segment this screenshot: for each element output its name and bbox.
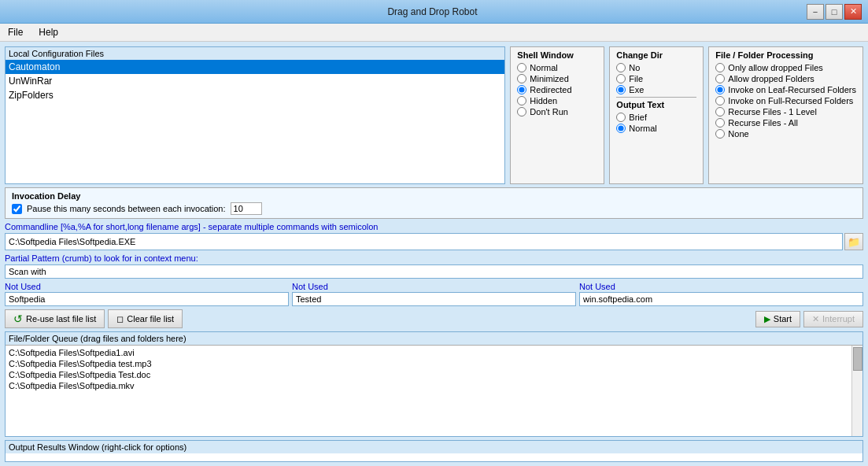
outputtext-normal-label: Normal	[629, 124, 656, 133]
maximize-button[interactable]: □	[826, 4, 843, 20]
shell-minimized-radio[interactable]	[517, 74, 526, 83]
queue-item: C:\Softpedia Files\Softpedia Test.doc	[9, 369, 850, 380]
fp-onlyfiles-radio[interactable]	[715, 63, 725, 72]
start-label: Start	[774, 314, 792, 324]
not-used-label-2: Not Used	[579, 282, 863, 291]
changedir-exe-row: Exe	[616, 85, 696, 94]
fp-none-radio[interactable]	[715, 129, 725, 139]
fp-recurse1-label: Recurse Files - 1 Level	[728, 107, 817, 116]
changedir-no-label: No	[629, 63, 640, 72]
fp-leafrecursed-row: Invoke on Leaf-Recursed Folders	[715, 85, 856, 94]
shell-redirected-label: Redirected	[530, 85, 571, 94]
queue-scrollbar[interactable]	[851, 346, 862, 436]
queue-item: C:\Softpedia Files\Softpedia.mkv	[9, 380, 850, 391]
shell-hidden-radio[interactable]	[517, 96, 526, 105]
fp-recurseall-label: Recurse Files - All	[728, 118, 798, 128]
invocation-title: Invocation Delay	[12, 191, 856, 201]
partial-pattern-input[interactable]	[5, 264, 863, 279]
right-panels: Shell Window Normal Minimized Redirected…	[510, 46, 863, 184]
fp-onlyfiles-row: Only allow dropped Files	[715, 63, 856, 72]
menu-help[interactable]: Help	[34, 25, 63, 39]
shell-window-title: Shell Window	[517, 50, 597, 60]
partial-pattern-label: Partial Pattern (crumb) to look for in c…	[5, 253, 863, 263]
not-used-input-1[interactable]	[292, 292, 576, 306]
shell-dontrun-label: Don't Run	[530, 107, 568, 116]
title-controls: − □ ✕	[807, 4, 862, 20]
changedir-no-row: No	[616, 63, 696, 72]
menu-file[interactable]: File	[3, 25, 28, 39]
partial-pattern-section: Partial Pattern (crumb) to look for in c…	[5, 253, 863, 279]
queue-content[interactable]: C:\Softpedia Files\Softpedia1.avi C:\Sof…	[6, 346, 862, 436]
fp-recurse1-radio[interactable]	[715, 107, 725, 116]
minimize-button[interactable]: −	[807, 4, 824, 20]
list-item[interactable]: UnWinRar	[6, 74, 504, 88]
local-config-panel: Local Configuration Files Cautomaton UnW…	[5, 46, 505, 184]
start-icon: ▶	[764, 314, 770, 324]
fp-fullrecursed-row: Invoke on Full-Recursed Folders	[715, 96, 856, 105]
close-button[interactable]: ✕	[844, 4, 862, 20]
commandline-input[interactable]	[5, 233, 843, 250]
fp-allowfolders-row: Allow dropped Folders	[715, 74, 856, 83]
fp-leafrecursed-label: Invoke on Leaf-Recursed Folders	[728, 85, 856, 94]
interrupt-button[interactable]: ✕ Interrupt	[803, 311, 863, 327]
outputtext-normal-radio[interactable]	[616, 124, 626, 133]
changedir-exe-label: Exe	[629, 85, 644, 94]
not-used-label-0: Not Used	[5, 282, 289, 291]
shell-hidden-row: Hidden	[517, 96, 597, 105]
changedir-file-row: File	[616, 74, 696, 83]
interrupt-label: Interrupt	[822, 314, 855, 324]
folder-processing-title: File / Folder Processing	[715, 50, 856, 60]
output-header: Output Results Window (right-click for o…	[6, 441, 862, 453]
shell-minimized-label: Minimized	[530, 74, 569, 83]
reuse-last-file-list-button[interactable]: ↺ Re-use last file list	[5, 309, 105, 328]
list-item[interactable]: Cautomaton	[6, 60, 504, 74]
delay-input[interactable]	[231, 202, 262, 215]
fp-allowfolders-label: Allow dropped Folders	[728, 74, 814, 83]
invocation-row: Pause this many seconds between each inv…	[12, 202, 856, 215]
not-used-input-0[interactable]	[5, 292, 289, 306]
menu-bar: File Help	[0, 24, 868, 42]
invocation-checkbox[interactable]	[12, 204, 22, 214]
folder-processing-panel: File / Folder Processing Only allow drop…	[708, 46, 863, 184]
local-config-label: Local Configuration Files	[6, 47, 504, 60]
refresh-icon: ↺	[13, 313, 23, 325]
changedir-exe-radio[interactable]	[616, 85, 626, 94]
reuse-label: Re-use last file list	[26, 314, 96, 324]
queue-header: File/Folder Queue (drag files and folder…	[6, 332, 862, 346]
bottom-btns: ↺ Re-use last file list ◻ Clear file lis…	[5, 309, 863, 328]
config-list: Cautomaton UnWinRar ZipFolders	[6, 60, 504, 183]
clear-file-list-button[interactable]: ◻ Clear file list	[108, 309, 183, 328]
shell-redirected-row: Redirected	[517, 85, 597, 94]
shell-window-panel: Shell Window Normal Minimized Redirected…	[510, 46, 604, 184]
shell-normal-row: Normal	[517, 63, 597, 72]
clear-label: Clear file list	[127, 314, 174, 324]
fp-allowfolders-radio[interactable]	[715, 74, 725, 83]
output-section: Output Results Window (right-click for o…	[5, 440, 863, 462]
start-button[interactable]: ▶ Start	[755, 311, 800, 327]
not-used-input-2[interactable]	[579, 292, 863, 306]
fp-none-label: None	[728, 129, 748, 139]
list-item[interactable]: ZipFolders	[6, 88, 504, 102]
main-content: Local Configuration Files Cautomaton UnW…	[0, 42, 868, 466]
commandline-section: Commandline [%a,%A for short,long filena…	[5, 222, 863, 250]
fp-leafrecursed-radio[interactable]	[715, 85, 725, 94]
outputtext-brief-row: Brief	[616, 113, 696, 122]
changedir-file-label: File	[629, 74, 643, 83]
shell-dontrun-radio[interactable]	[517, 107, 526, 116]
outputtext-brief-radio[interactable]	[616, 113, 626, 122]
not-used-col-0: Not Used	[5, 282, 289, 306]
fp-recurseall-row: Recurse Files - All	[715, 118, 856, 128]
change-dir-title: Change Dir	[616, 50, 696, 60]
fp-recurseall-radio[interactable]	[715, 118, 725, 128]
queue-item: C:\Softpedia Files\Softpedia test.mp3	[9, 358, 850, 369]
fp-fullrecursed-radio[interactable]	[715, 96, 725, 105]
queue-section: File/Folder Queue (drag files and folder…	[5, 331, 863, 437]
browse-button[interactable]: 📁	[844, 233, 863, 250]
outputtext-normal-row: Normal	[616, 124, 696, 133]
changedir-no-radio[interactable]	[616, 63, 626, 72]
invocation-section: Invocation Delay Pause this many seconds…	[5, 187, 863, 219]
shell-normal-radio[interactable]	[517, 63, 526, 72]
right-buttons: ▶ Start ✕ Interrupt	[755, 311, 863, 327]
changedir-file-radio[interactable]	[616, 74, 626, 83]
shell-redirected-radio[interactable]	[517, 85, 526, 94]
